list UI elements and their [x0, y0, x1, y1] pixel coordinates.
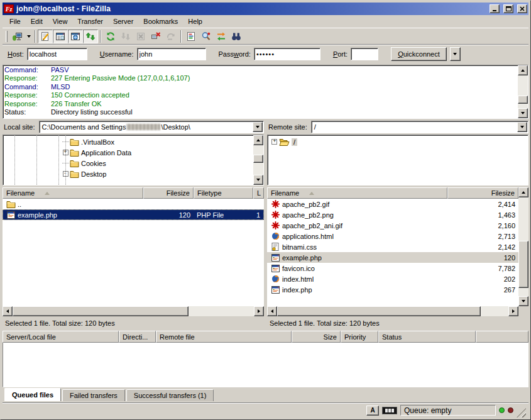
minimize-button[interactable] — [490, 4, 500, 13]
column-header-filesize[interactable]: Filesize — [143, 187, 194, 199]
toggle-local-tree-button[interactable] — [53, 30, 68, 43]
tab-queued-files[interactable]: Queued files — [4, 388, 61, 401]
tree-item-virtualbox[interactable]: .VirtualBox — [3, 136, 253, 147]
queue-column-server-local-file[interactable]: Server/Local file — [3, 331, 119, 343]
scroll-right-button[interactable] — [508, 306, 518, 316]
password-input[interactable] — [254, 48, 320, 60]
remote-path-dropdown[interactable] — [517, 122, 527, 132]
disconnect-button[interactable] — [148, 30, 163, 43]
toggle-message-log-button[interactable] — [38, 30, 53, 43]
column-header-filetype[interactable]: Filetype — [194, 187, 253, 199]
site-manager-button[interactable] — [9, 30, 25, 43]
remote-file-row[interactable]: bitnami.css 2,142 — [267, 241, 518, 252]
resize-grip[interactable] — [517, 408, 526, 417]
menu-edit[interactable]: Edit — [26, 16, 48, 27]
menu-transfer[interactable]: Transfer — [72, 16, 108, 27]
folder-icon — [6, 200, 16, 208]
tree-item-root[interactable]: + / — [268, 136, 528, 147]
scrollbar-track[interactable] — [518, 197, 528, 296]
username-input[interactable] — [137, 48, 206, 60]
status-bar: A Queue: empty — [3, 402, 528, 417]
scroll-down-button[interactable] — [518, 108, 528, 118]
scrollbar-track[interactable] — [13, 306, 254, 316]
expand-icon[interactable]: + — [271, 139, 277, 145]
column-header-filesize[interactable]: Filesize — [447, 187, 518, 199]
scroll-down-button[interactable] — [518, 296, 528, 306]
log-scrollbar[interactable] — [518, 65, 528, 118]
scrollbar-track[interactable] — [253, 145, 263, 175]
scrollbar-thumb[interactable] — [277, 306, 481, 316]
local-horizontal-scrollbar[interactable] — [3, 306, 264, 316]
menu-server[interactable]: Server — [108, 16, 138, 27]
scroll-down-button[interactable] — [253, 175, 263, 185]
reconnect-button[interactable] — [163, 30, 178, 43]
directory-comparison-button[interactable] — [199, 30, 214, 43]
remote-file-row[interactable]: apache_pb2.gif 2,414 — [267, 199, 518, 209]
log-label: Response: — [4, 100, 51, 108]
column-header-lastmodified[interactable]: L — [253, 187, 264, 199]
cancel-button[interactable] — [133, 30, 148, 43]
filter-button[interactable] — [183, 30, 199, 43]
toggle-remote-tree-button[interactable] — [68, 30, 83, 43]
host-input[interactable] — [27, 48, 87, 60]
remote-file-row[interactable]: index.html 202 — [267, 274, 518, 284]
menu-view[interactable]: View — [48, 16, 73, 27]
port-input[interactable] — [351, 48, 378, 60]
local-path-combobox[interactable]: C:\Documents and Settings\Desktop\ — [39, 121, 264, 133]
tree-item-cookies[interactable]: Cookies — [3, 158, 253, 169]
local-file-row-selected[interactable]: example.php 120 PHP File 1 — [3, 209, 264, 220]
queue-column-direction[interactable]: Directi... — [119, 331, 156, 343]
tree-item-application-data[interactable]: + Application Data — [3, 147, 253, 158]
quickconnect-dropdown[interactable] — [450, 47, 461, 61]
process-queue-button[interactable] — [118, 30, 133, 43]
remote-file-row[interactable]: apache_pb2.png 1,463 — [267, 209, 518, 220]
scrollbar-thumb[interactable] — [253, 155, 263, 163]
queue-list[interactable] — [3, 343, 528, 387]
local-tree-scrollbar[interactable] — [253, 135, 263, 185]
menu-file[interactable]: File — [4, 16, 26, 27]
scroll-right-button[interactable] — [254, 306, 264, 316]
quickconnect-button[interactable]: Quickconnect — [391, 47, 447, 61]
queue-column-remote-file[interactable]: Remote file — [156, 331, 292, 343]
remote-list-scrollbar[interactable] — [518, 187, 528, 306]
remote-file-row[interactable]: index.php 267 — [267, 284, 518, 295]
tab-failed-transfers[interactable]: Failed transfers — [62, 389, 125, 401]
scroll-up-button[interactable] — [253, 135, 263, 145]
speed-limit-badge-icon[interactable] — [382, 407, 397, 414]
find-files-button[interactable] — [229, 30, 244, 43]
scrollbar-track[interactable] — [518, 75, 528, 108]
site-manager-dropdown[interactable] — [25, 30, 33, 43]
queue-column-size[interactable]: Size — [292, 331, 341, 343]
data-type-indicator-icon[interactable]: A — [366, 406, 379, 416]
scroll-up-button[interactable] — [518, 65, 528, 75]
column-header-filename[interactable]: Filename — [267, 187, 447, 199]
remote-pane: Remote site: / + / — [267, 120, 528, 329]
remote-file-row[interactable]: apache_pb2_ani.gif 2,160 — [267, 220, 518, 231]
toggle-queue-button[interactable] — [83, 30, 98, 43]
parent-directory-row[interactable]: .. — [3, 199, 264, 209]
queue-column-priority[interactable]: Priority — [341, 331, 378, 343]
tab-successful-transfers[interactable]: Successful transfers (1) — [126, 389, 214, 401]
scroll-left-button[interactable] — [3, 306, 13, 316]
scrollbar-thumb[interactable] — [518, 96, 528, 103]
menu-bookmarks[interactable]: Bookmarks — [138, 16, 183, 27]
close-button[interactable] — [517, 4, 527, 13]
scrollbar-thumb[interactable] — [518, 241, 528, 288]
scrollbar-track[interactable] — [277, 306, 508, 316]
local-path-dropdown[interactable] — [253, 122, 263, 132]
queue-column-status[interactable]: Status — [378, 331, 476, 343]
remote-file-row[interactable]: favicon.ico 7,782 — [267, 263, 518, 274]
column-header-filename[interactable]: Filename — [3, 187, 143, 199]
scroll-up-button[interactable] — [518, 187, 528, 197]
remote-horizontal-scrollbar[interactable] — [267, 306, 518, 316]
refresh-button[interactable] — [103, 30, 118, 43]
maximize-button[interactable] — [503, 4, 513, 13]
scroll-left-button[interactable] — [267, 306, 277, 316]
menu-help[interactable]: Help — [183, 16, 207, 27]
remote-file-row[interactable]: applications.html 2,713 — [267, 231, 518, 241]
remote-file-row-selected[interactable]: example.php 120 — [267, 252, 518, 263]
scrollbar-thumb[interactable] — [13, 306, 189, 316]
tree-item-desktop[interactable]: - Desktop — [3, 169, 253, 179]
remote-path-combobox[interactable]: / — [311, 121, 528, 133]
synchronized-browsing-button[interactable] — [214, 30, 229, 43]
